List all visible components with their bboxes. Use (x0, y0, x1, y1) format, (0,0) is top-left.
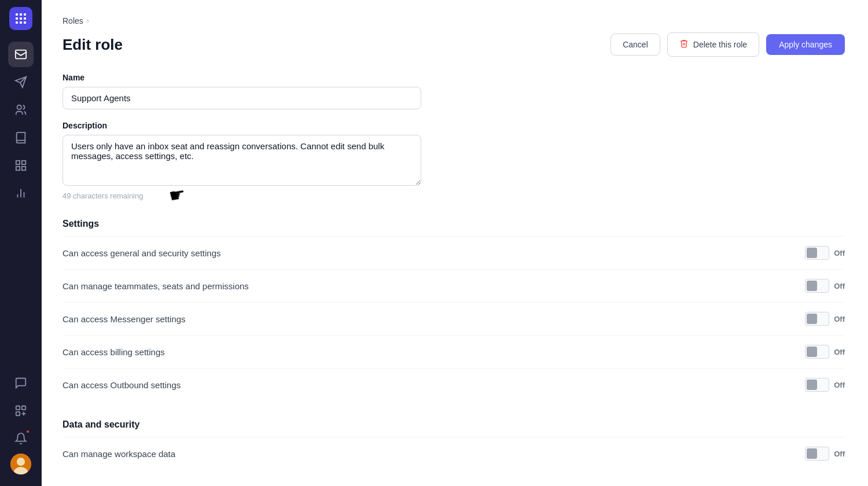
breadcrumb: Roles › (62, 16, 845, 25)
setting-row-general: Can access general and security settings… (62, 236, 845, 269)
header-actions: Cancel Delete this role Apply changes (610, 32, 845, 57)
svg-point-12 (17, 105, 21, 109)
sidebar (0, 0, 42, 486)
setting-row-workspace-data: Can manage workspace data Off (62, 437, 845, 470)
svg-rect-16 (22, 167, 25, 170)
toggle-thumb-workspace-data (807, 448, 817, 459)
main-content: Roles › Edit role Cancel Delete this rol… (42, 0, 868, 486)
role-form: Name Description Users only have an inbo… (62, 73, 421, 200)
toggle-thumb-messenger (807, 314, 817, 324)
sidebar-item-apps[interactable] (8, 398, 34, 424)
svg-rect-9 (16, 50, 26, 59)
svg-rect-21 (22, 406, 25, 410)
delete-role-label: Delete this role (693, 40, 747, 49)
setting-label-outbound: Can access Outbound settings (62, 380, 181, 390)
name-input[interactable] (62, 87, 421, 109)
setting-row-billing: Can access billing settings Off (62, 335, 845, 368)
avatar[interactable] (10, 454, 31, 474)
svg-rect-2 (24, 13, 26, 16)
char-count: 49 characters remaining (62, 192, 421, 200)
breadcrumb-roles-link[interactable]: Roles (62, 16, 83, 25)
toggle-label-messenger: Off (834, 315, 845, 323)
description-textarea[interactable]: Users only have an inbox seat and reassi… (62, 135, 421, 186)
toggle-track-workspace-data (805, 447, 829, 461)
data-security-title: Data and security (62, 419, 845, 430)
page-header: Edit role Cancel Delete this role Apply … (62, 32, 845, 57)
toggle-track-billing (805, 345, 829, 359)
toggle-label-billing: Off (834, 348, 845, 356)
breadcrumb-separator: › (87, 17, 89, 25)
setting-label-teammates: Can manage teammates, seats and permissi… (62, 281, 249, 291)
sidebar-item-notifications[interactable] (8, 426, 34, 451)
setting-label-billing: Can access billing settings (62, 347, 165, 357)
toggle-teammates[interactable]: Off (805, 279, 845, 293)
toggle-thumb-outbound (807, 380, 817, 390)
toggle-general[interactable]: Off (805, 246, 845, 260)
toggle-track-messenger (805, 312, 829, 326)
toggle-track-general (805, 246, 829, 260)
toggle-thumb-billing (807, 347, 817, 357)
name-label: Name (62, 73, 421, 82)
svg-rect-3 (16, 17, 18, 20)
toggle-track-teammates (805, 279, 829, 293)
toggle-thumb-general (807, 248, 817, 258)
notification-badge (25, 429, 30, 434)
toggle-thumb-teammates (807, 281, 817, 291)
toggle-billing[interactable]: Off (805, 345, 845, 359)
svg-rect-22 (16, 412, 20, 415)
setting-row-messenger: Can access Messenger settings Off (62, 302, 845, 335)
trash-icon (679, 39, 689, 50)
sidebar-item-analytics[interactable] (8, 181, 34, 206)
sidebar-item-contacts[interactable] (8, 97, 34, 123)
setting-row-teammates: Can manage teammates, seats and permissi… (62, 269, 845, 302)
description-label: Description (62, 121, 421, 130)
toggle-track-outbound (805, 378, 829, 392)
toggle-workspace-data[interactable]: Off (805, 447, 845, 461)
svg-rect-15 (16, 167, 20, 170)
app-logo[interactable] (9, 7, 32, 30)
apply-changes-button[interactable]: Apply changes (766, 34, 845, 55)
svg-rect-4 (20, 17, 22, 20)
svg-rect-20 (16, 406, 20, 410)
cancel-button[interactable]: Cancel (610, 34, 660, 56)
data-security-section: Data and security Can manage workspace d… (62, 419, 845, 470)
svg-rect-5 (24, 17, 26, 20)
svg-rect-14 (22, 161, 25, 164)
sidebar-item-tickets[interactable] (8, 153, 34, 178)
name-field-group: Name (62, 73, 421, 109)
setting-row-outbound: Can access Outbound settings Off (62, 368, 845, 401)
sidebar-item-inbox[interactable] (8, 42, 34, 67)
svg-rect-1 (20, 13, 22, 16)
sidebar-item-knowledge[interactable] (8, 125, 34, 150)
svg-rect-8 (24, 21, 26, 24)
toggle-label-general: Off (834, 249, 845, 257)
toggle-label-workspace-data: Off (834, 450, 845, 458)
setting-label-general: Can access general and security settings (62, 248, 220, 258)
toggle-outbound[interactable]: Off (805, 378, 845, 392)
page-title: Edit role (62, 36, 123, 54)
svg-rect-6 (16, 21, 18, 24)
toggle-label-teammates: Off (834, 282, 845, 290)
delete-role-button[interactable]: Delete this role (667, 32, 759, 57)
setting-label-workspace-data: Can manage workspace data (62, 449, 175, 459)
toggle-messenger[interactable]: Off (805, 312, 845, 326)
settings-section-title: Settings (62, 219, 845, 229)
svg-rect-13 (16, 161, 20, 164)
sidebar-item-chat[interactable] (8, 370, 34, 396)
setting-label-messenger: Can access Messenger settings (62, 314, 186, 324)
toggle-label-outbound: Off (834, 381, 845, 389)
sidebar-item-send[interactable] (8, 69, 34, 95)
svg-rect-0 (16, 13, 18, 16)
svg-rect-7 (20, 21, 22, 24)
description-field-group: Description Users only have an inbox sea… (62, 121, 421, 200)
settings-section: Settings Can access general and security… (62, 219, 845, 401)
